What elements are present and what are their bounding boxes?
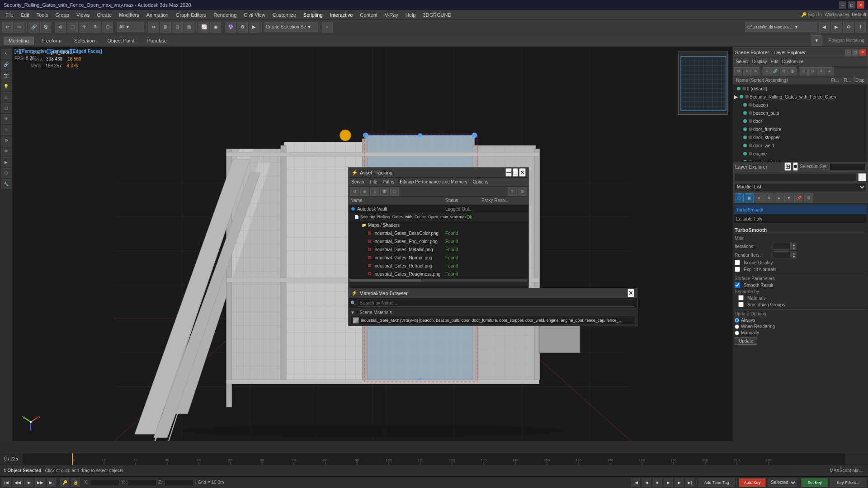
se-footer-btn1[interactable]: ⊞ <box>784 162 791 171</box>
at-menu-bitmap[interactable]: Bitmap Performance and Memory <box>400 179 467 184</box>
at-file-tree[interactable]: 🔷 Autodesk Vault Logged Out... 📄 Securit… <box>349 205 528 278</box>
se-del-button[interactable]: 🗑 <box>788 67 797 75</box>
se-link-button[interactable]: 🔗 <box>771 67 779 75</box>
selected-dropdown[interactable]: Selected <box>768 479 797 487</box>
se-close-button[interactable]: ✕ <box>859 49 866 56</box>
align-normal-button[interactable]: ⊠ <box>184 22 194 33</box>
materials-checkbox[interactable] <box>738 295 744 300</box>
prev-key-btn2[interactable]: ◀ <box>642 478 651 487</box>
schematic-view-button[interactable]: ◉ <box>210 22 221 33</box>
settings-button[interactable]: ⚙ <box>843 22 854 33</box>
se-minimize-button[interactable]: ─ <box>845 49 851 56</box>
menu-graph-editors[interactable]: Graph Editors <box>172 10 210 19</box>
redo-button[interactable]: ↪ <box>14 22 24 33</box>
unlink-button[interactable]: ⛓ <box>40 22 51 33</box>
named-selection-button[interactable]: ≡ <box>322 22 333 33</box>
at-settings-button[interactable]: ⚙ <box>518 188 527 196</box>
at-menu-server[interactable]: Server <box>351 179 364 184</box>
tab-modeling[interactable]: Modeling <box>4 37 34 45</box>
se-tree[interactable]: 0 (default) ▶ Security_Rolling_Gates_wit… <box>733 84 868 161</box>
se-row-door-stopper[interactable]: door_stopper <box>733 133 868 141</box>
set-key-button[interactable]: Set Key <box>801 478 828 487</box>
at-tree-view[interactable]: ⬡ <box>390 188 399 196</box>
render-button[interactable]: ▶ <box>249 22 259 33</box>
menu-rendering[interactable]: Rendering <box>210 10 241 19</box>
menu-create[interactable]: Create <box>93 10 115 19</box>
smooth-result-checkbox[interactable] <box>735 282 740 288</box>
se-row-door[interactable]: door <box>733 117 868 125</box>
render-iters-input[interactable]: 2 <box>773 251 791 258</box>
tool-spacewarp[interactable]: ∿ <box>1 125 11 135</box>
menu-scripting[interactable]: Scripting <box>300 10 326 19</box>
menu-tools[interactable]: Tools <box>33 10 52 19</box>
iterations-up[interactable]: ▲ <box>791 243 797 246</box>
mod-icon-params[interactable]: ≡ <box>755 193 764 202</box>
tool-utility[interactable]: 🔧 <box>1 179 11 189</box>
at-close-button[interactable]: ✕ <box>519 168 526 177</box>
menu-vray[interactable]: V-Ray <box>381 10 402 19</box>
mod-icon-options[interactable]: ⚙ <box>804 193 813 202</box>
iterations-input[interactable]: 0 <box>773 243 791 250</box>
auto-key-button[interactable]: Auto Key <box>739 478 766 487</box>
menu-animation[interactable]: Animation <box>143 10 172 19</box>
menu-edit[interactable]: Edit <box>17 10 33 19</box>
tool-shapes[interactable]: ◻ <box>1 103 11 113</box>
menu-customize[interactable]: Customize <box>269 10 300 19</box>
stop-btn[interactable]: ■ <box>653 478 662 487</box>
se-row-default-layer[interactable]: 0 (default) <box>733 84 868 93</box>
menu-views[interactable]: Views <box>73 10 93 19</box>
at-select-button[interactable]: ⊕ <box>360 188 369 196</box>
se-filter-types[interactable]: ≡ <box>826 67 834 75</box>
info-button[interactable]: ℹ <box>855 22 866 33</box>
material-editor-button[interactable]: 🔮 <box>225 22 236 33</box>
menu-3dground[interactable]: 3DGROUND <box>419 10 455 19</box>
minimize-button[interactable]: ─ <box>839 1 846 9</box>
mb-search-input[interactable] <box>358 300 635 307</box>
at-list-view[interactable]: ≡ <box>370 188 379 196</box>
mod-stack-turbosmooth[interactable]: TurboSmooth <box>734 205 867 214</box>
iterations-down[interactable]: ▼ <box>791 246 797 250</box>
mod-icon-down[interactable]: ▼ <box>784 193 793 202</box>
se-row-door-weld[interactable]: door_weld <box>733 141 868 150</box>
key-filters-button[interactable]: Key Filters... <box>830 478 866 487</box>
mb-scene-header[interactable]: ▼ - Scene Materials <box>350 309 635 316</box>
align-button[interactable]: ⊞ <box>160 22 171 33</box>
menu-help[interactable]: Help <box>402 10 420 19</box>
select-filter-dropdown[interactable]: All ▼ <box>117 22 144 32</box>
tool-select[interactable]: ↖ <box>1 49 11 59</box>
close-button[interactable]: ✕ <box>857 1 864 9</box>
se-maximize-button[interactable]: □ <box>852 49 859 56</box>
tab-populate[interactable]: Populate <box>142 37 171 45</box>
mod-stack-editable-poly[interactable]: Editable Poly <box>734 214 867 223</box>
at-menu-file[interactable]: File <box>370 179 377 184</box>
at-row-vault[interactable]: 🔷 Autodesk Vault Logged Out... <box>349 205 528 213</box>
x-coord-input[interactable]: 1049,1870 <box>90 479 119 486</box>
path-dropdown[interactable]: C:\Users\tr..ds Max 202... ▼ <box>745 22 817 32</box>
mod-icon-pin[interactable]: 📌 <box>794 193 803 202</box>
rotate-button[interactable]: ↻ <box>90 22 101 33</box>
isoline-checkbox[interactable] <box>735 260 740 265</box>
at-row-maps-folder[interactable]: 📁 Maps / Shaders <box>349 221 528 229</box>
at-scrollbar[interactable] <box>349 278 528 282</box>
se-menu-select[interactable]: Select <box>736 59 749 64</box>
navigate-forward-button[interactable]: ▶ <box>831 22 842 33</box>
lock-button[interactable]: 🔒 <box>71 478 80 487</box>
key-mode-button[interactable]: 🔑 <box>60 478 69 487</box>
update-button[interactable]: Update <box>735 337 757 345</box>
at-row-normal[interactable]: 🖼 Industrial_Gates_Normal.png Found <box>349 253 528 262</box>
se-row-door-furniture[interactable]: door_furniture <box>733 125 868 133</box>
tool-systems[interactable]: ⚙ <box>1 136 11 145</box>
explicit-normals-checkbox[interactable] <box>735 267 740 272</box>
menu-modifiers[interactable]: Modifiers <box>115 10 143 19</box>
maximize-button[interactable]: □ <box>848 1 855 9</box>
modifier-list-select[interactable]: Modifier List <box>735 183 866 191</box>
tab-selection[interactable]: Selection <box>69 37 99 45</box>
mod-icon-select[interactable]: ⬡ <box>735 193 744 202</box>
tool-geometry[interactable]: △ <box>1 92 11 102</box>
se-row-engine[interactable]: engine <box>733 150 868 158</box>
at-row-max-file[interactable]: 📄 Security_Rolling_Gates_with_Fence_Open… <box>349 213 528 221</box>
se-collapse-button[interactable]: ⊟ <box>808 67 816 75</box>
when-rendering-radio[interactable] <box>735 324 739 329</box>
menu-group[interactable]: Group <box>52 10 73 19</box>
render-iters-down[interactable]: ▼ <box>791 255 797 258</box>
